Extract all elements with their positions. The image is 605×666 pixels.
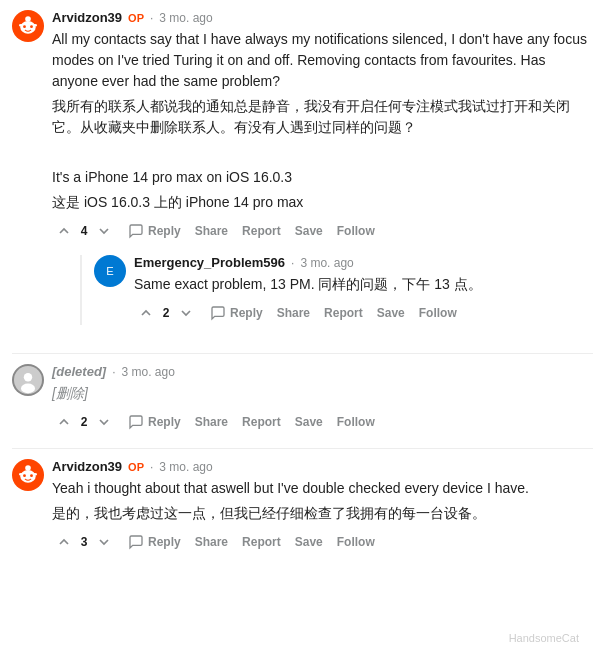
timestamp: 3 mo. ago: [159, 11, 212, 25]
comment-body: Emergency_Problem596 · 3 mo. ago Same ex…: [134, 255, 593, 325]
comment-text: [删除]: [52, 383, 593, 404]
divider: [12, 353, 593, 354]
downvote-button[interactable]: [92, 531, 116, 553]
timestamp: ·: [291, 256, 294, 270]
vote-group: 2: [134, 302, 198, 324]
svg-point-2: [23, 25, 26, 28]
svg-point-17: [25, 465, 31, 471]
avatar: [12, 364, 44, 396]
comment-body: [deleted] · 3 mo. ago [删除] 2: [52, 364, 593, 434]
save-button[interactable]: Save: [289, 411, 329, 433]
comment-meta: Arvidzon39 OP · 3 mo. ago: [52, 459, 593, 474]
follow-button[interactable]: Follow: [413, 302, 463, 324]
comment-meta: Arvidzon39 OP · 3 mo. ago: [52, 10, 593, 25]
upvote-button[interactable]: [52, 411, 76, 433]
svg-point-16: [30, 474, 33, 477]
username: Arvidzon39: [52, 459, 122, 474]
comment-item: Arvidzon39 OP · 3 mo. ago All my contact…: [12, 10, 593, 339]
avatar: [12, 10, 44, 42]
vote-count: 2: [160, 306, 172, 320]
save-button[interactable]: Save: [371, 302, 411, 324]
follow-button[interactable]: Follow: [331, 411, 381, 433]
reply-button[interactable]: Reply: [122, 410, 187, 434]
report-button[interactable]: Report: [236, 220, 287, 242]
vote-count: 2: [78, 415, 90, 429]
follow-button[interactable]: Follow: [331, 220, 381, 242]
comment-body: Arvidzon39 OP · 3 mo. ago All my contact…: [52, 10, 593, 339]
username: [deleted]: [52, 364, 106, 379]
comment-text: Same exact problem, 13 PM. 同样的问题，下午 13 点…: [134, 274, 593, 295]
comment-thread: Arvidzon39 OP · 3 mo. ago All my contact…: [0, 0, 605, 578]
username: Arvidzon39: [52, 10, 122, 25]
svg-point-15: [23, 474, 26, 477]
svg-point-6: [19, 24, 23, 27]
svg-point-3: [30, 25, 33, 28]
svg-point-1: [20, 21, 35, 34]
comment-text: Yeah i thought about that aswell but I'v…: [52, 478, 593, 524]
reply-button[interactable]: Reply: [122, 530, 187, 554]
comment-actions: 2 Reply Share Report Save Follow: [134, 301, 593, 325]
svg-point-11: [24, 373, 32, 381]
report-button[interactable]: Report: [236, 411, 287, 433]
share-button[interactable]: Share: [189, 220, 234, 242]
downvote-button[interactable]: [174, 302, 198, 324]
comment-actions: 2 Reply Share Report Save Follow: [52, 410, 593, 434]
upvote-button[interactable]: [134, 302, 158, 324]
share-button[interactable]: Share: [271, 302, 316, 324]
svg-point-14: [20, 470, 35, 483]
downvote-button[interactable]: [92, 220, 116, 242]
upvote-button[interactable]: [52, 220, 76, 242]
share-button[interactable]: Share: [189, 411, 234, 433]
comment-meta: Emergency_Problem596 · 3 mo. ago: [134, 255, 593, 270]
comment-item: Arvidzon39 OP · 3 mo. ago Yeah i thought…: [12, 459, 593, 554]
report-button[interactable]: Report: [318, 302, 369, 324]
upvote-button[interactable]: [52, 531, 76, 553]
timestamp: ·: [150, 11, 153, 25]
timestamp: 3 mo. ago: [300, 256, 353, 270]
share-button[interactable]: Share: [189, 531, 234, 553]
comment-text: All my contacts say that I have always m…: [52, 29, 593, 213]
vote-group: 2: [52, 411, 116, 433]
follow-button[interactable]: Follow: [331, 531, 381, 553]
avatar: E: [94, 255, 126, 287]
reply-button[interactable]: Reply: [204, 301, 269, 325]
save-button[interactable]: Save: [289, 220, 329, 242]
username: Emergency_Problem596: [134, 255, 285, 270]
op-badge: OP: [128, 461, 144, 473]
vote-group: 3: [52, 531, 116, 553]
vote-group: 4: [52, 220, 116, 242]
svg-point-4: [25, 16, 31, 22]
comment-item: [deleted] · 3 mo. ago [删除] 2: [12, 364, 593, 434]
timestamp: ·: [150, 460, 153, 474]
timestamp: ·: [112, 365, 115, 379]
svg-text:E: E: [106, 265, 113, 277]
comment-meta: [deleted] · 3 mo. ago: [52, 364, 593, 379]
op-badge: OP: [128, 12, 144, 24]
reply-button[interactable]: Reply: [122, 219, 187, 243]
report-button[interactable]: Report: [236, 531, 287, 553]
save-button[interactable]: Save: [289, 531, 329, 553]
timestamp: 3 mo. ago: [122, 365, 175, 379]
svg-point-7: [33, 24, 37, 27]
watermark: HandsomeCat: [503, 630, 585, 646]
svg-point-18: [19, 473, 23, 476]
avatar: [12, 459, 44, 491]
comment-body: Arvidzon39 OP · 3 mo. ago Yeah i thought…: [52, 459, 593, 554]
svg-point-19: [33, 473, 37, 476]
divider: [12, 448, 593, 449]
comment-actions: 4 Reply Share Report Save Follow: [52, 219, 593, 243]
comment-item: E Emergency_Problem596 · 3 mo. ago Same …: [80, 255, 593, 325]
comment-actions: 3 Reply Share Report Save Follow: [52, 530, 593, 554]
svg-point-12: [21, 384, 35, 394]
vote-count: 3: [78, 535, 90, 549]
timestamp: 3 mo. ago: [159, 460, 212, 474]
downvote-button[interactable]: [92, 411, 116, 433]
vote-count: 4: [78, 224, 90, 238]
